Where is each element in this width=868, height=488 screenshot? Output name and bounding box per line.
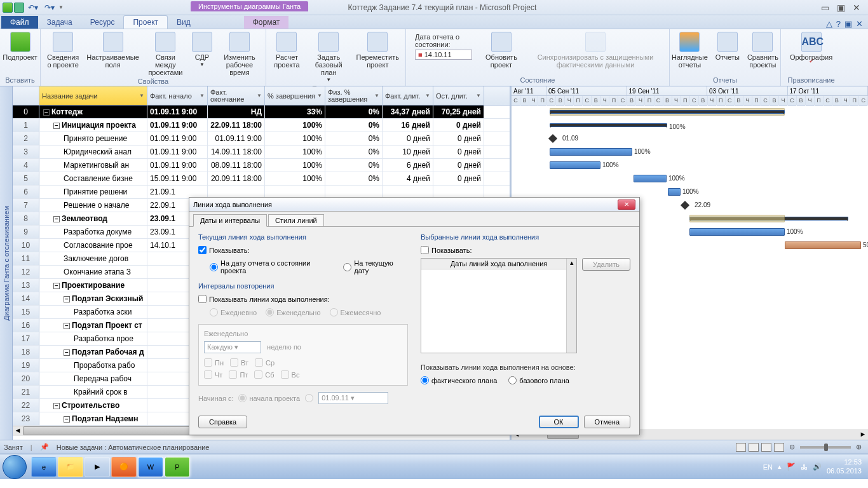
btn-visual-reports[interactable]: Наглядные отчеты	[669, 30, 710, 70]
taskbar: e 📁 ▶ 🟠 W P EN ▴ 🚩 🖧 🔊 12:5306.05.2013	[0, 454, 868, 479]
radio-baseline[interactable]: базового плана	[508, 376, 569, 384]
zoom-in-icon[interactable]: ⊕	[853, 443, 864, 451]
maximize-icon[interactable]: ▣	[837, 3, 845, 13]
view-usage-icon[interactable]	[749, 443, 759, 452]
status-pin-icon[interactable]: 📌	[40, 443, 49, 451]
btn-compare[interactable]: Сравнить проекты	[745, 30, 781, 70]
chk-show-selected[interactable]: Показывать:	[421, 246, 471, 254]
table-row[interactable]: 3Юридический анал01.09.11 9:0014.09.11 1…	[13, 146, 510, 159]
delete-button: Удалить	[582, 258, 630, 271]
tab-task[interactable]: Задача	[38, 16, 81, 29]
btn-update-project[interactable]: Обновить проект	[480, 30, 523, 70]
btn-links[interactable]: Связи между проектами	[144, 30, 187, 78]
close2-icon[interactable]: ✕	[856, 19, 863, 29]
minimize-icon[interactable]: ▭	[821, 3, 829, 13]
btn-calc[interactable]: Расчет проекта	[270, 30, 304, 70]
col-rownum[interactable]	[13, 86, 39, 105]
cancel-button[interactable]: Отмена	[584, 416, 630, 428]
taskbar-powerpoint[interactable]: 🟠	[111, 457, 137, 477]
tray-clock[interactable]: 12:5306.05.2013	[827, 458, 862, 475]
radio-weekly: Еженедельно	[266, 308, 320, 316]
dialog-title: Линии хода выполнения	[193, 201, 618, 208]
table-row[interactable]: 1−Инициация проекта01.09.11 9:0022.09.11…	[13, 119, 510, 132]
list-scrollbar[interactable]: ▴	[566, 259, 576, 353]
ok-button[interactable]: ОК	[539, 416, 579, 428]
tray-volume-icon[interactable]: 🔊	[813, 463, 822, 471]
tray-lang[interactable]: EN	[763, 463, 773, 471]
btn-change-time[interactable]: Изменить рабочее время	[217, 30, 262, 78]
view-team-icon[interactable]	[761, 443, 771, 452]
redo-icon[interactable]: ↷▾	[42, 3, 57, 12]
help-icon[interactable]: ?	[836, 19, 841, 29]
btn-sync: Синхронизировать с защищенными фактическ…	[526, 30, 665, 70]
help-button[interactable]: Справка	[198, 416, 247, 428]
zoom-slider[interactable]	[800, 446, 851, 449]
taskbar-media[interactable]: ▶	[85, 457, 110, 477]
radio-status-date[interactable]: На дату отчета о состоянии проекта	[210, 259, 334, 274]
tab-resource[interactable]: Ресурс	[81, 16, 124, 29]
chk-mon: Пн	[204, 358, 224, 367]
dialog-tab-dates[interactable]: Даты и интервалы	[193, 214, 267, 227]
view-resource-icon[interactable]	[774, 443, 784, 452]
view-gantt-icon[interactable]	[736, 443, 746, 452]
btn-spelling[interactable]: ABC✓Орфография	[787, 30, 835, 62]
status-new-tasks: Новые задачи : Автоматическое планирован…	[57, 444, 210, 451]
col-act-start[interactable]: Факт. начало▼	[147, 86, 208, 105]
tab-file[interactable]: Файл	[1, 16, 38, 29]
tab-project[interactable]: Проект	[123, 15, 168, 29]
radio-proj-start: начала проекта	[238, 394, 300, 402]
save-icon[interactable]	[14, 3, 24, 13]
chk-show-current[interactable]: Показывать:	[198, 246, 249, 254]
table-row[interactable]: 2Принято решение01.09.11 9:0001.09.11 9:…	[13, 132, 510, 146]
col-act-dur[interactable]: Факт. длит.▼	[383, 86, 433, 105]
taskbar-explorer[interactable]: 📁	[58, 457, 83, 477]
btn-wbs[interactable]: СДР▼	[189, 30, 215, 69]
group-status-label: Состояние	[520, 76, 555, 85]
dialog-close-button[interactable]: ✕	[618, 200, 635, 210]
table-row[interactable]: 5Составление бизне15.09.11 9:0020.09.11 …	[13, 172, 510, 186]
table-row[interactable]: 0−Коттедж01.09.11 9:00НД33%0%34,37 дней7…	[13, 105, 510, 119]
btn-subproject[interactable]: Подпроект	[0, 30, 39, 62]
view-sidebar[interactable]: Диаграмма Ганта с отслеживанием	[0, 86, 13, 440]
tray-chevron-icon[interactable]: ▴	[778, 463, 782, 471]
btn-baseline[interactable]: Задать базовый план▼	[306, 30, 351, 85]
btn-custom-fields[interactable]: Настраиваемые поля	[84, 30, 142, 70]
tab-view[interactable]: Вид	[168, 16, 200, 29]
btn-reports[interactable]: Отчеты	[713, 30, 742, 62]
btn-move[interactable]: Переместить проект	[354, 30, 402, 70]
radio-actual[interactable]: фактического плана	[421, 376, 497, 384]
start-button[interactable]	[3, 455, 27, 479]
taskbar-project[interactable]: P	[165, 457, 190, 477]
ribbon-tabs: Файл Задача Ресурс Проект Вид Формат △ ?…	[0, 15, 868, 29]
qat-dropdown-icon[interactable]: ▼	[58, 4, 64, 10]
current-line-label: Текущая линия хода выполнения	[198, 233, 408, 241]
ribbon-minimize-icon[interactable]: △	[826, 19, 832, 29]
col-name[interactable]: Название задачи▼	[39, 86, 147, 105]
zoom-out-icon[interactable]: ⊖	[787, 443, 797, 451]
dialog-tab-styles[interactable]: Стили линий	[268, 214, 324, 227]
status-busy: Занят	[4, 444, 23, 451]
undo-icon[interactable]: ↶▾	[25, 3, 41, 12]
title-bar: ↶▾ ↷▾ ▼ Инструменты диаграммы Ганта Котт…	[0, 0, 868, 15]
taskbar-word[interactable]: W	[138, 457, 163, 477]
btn-project-info[interactable]: Сведения о проекте	[44, 30, 81, 70]
taskbar-ie[interactable]: e	[31, 457, 57, 477]
col-pct[interactable]: % завершения▼	[265, 86, 325, 105]
status-date-value[interactable]: ■ 14.10.11	[415, 50, 472, 60]
tab-format[interactable]: Формат	[244, 16, 289, 29]
dates-list[interactable]: Даты линий хода выполнения ▴	[421, 258, 577, 353]
radio-current-date[interactable]: На текущую дату	[343, 259, 408, 274]
chk-show-lines[interactable]: Показывать линии хода выполнения:	[198, 295, 330, 303]
tray-flag-icon[interactable]: 🚩	[787, 463, 796, 471]
close-icon[interactable]: ✕	[853, 3, 860, 13]
table-row[interactable]: 4Маркетинговый ан01.09.11 9:0008.09.11 1…	[13, 159, 510, 172]
starting-label: Начиная с:	[198, 395, 233, 402]
window2-icon[interactable]: ▣	[844, 19, 852, 29]
col-phys-pct[interactable]: Физ. % завершения▼	[325, 86, 383, 105]
col-act-finish[interactable]: Факт. окончание▼	[208, 86, 265, 105]
selected-lines-label: Выбранные линии хода выполнения	[421, 233, 630, 241]
tray-network-icon[interactable]: 🖧	[801, 463, 808, 471]
col-rem-dur[interactable]: Ост. длит.▼	[433, 86, 484, 105]
select-every: Каждую ▾	[204, 341, 261, 353]
radio-monthly: Ежемесячно	[330, 308, 381, 316]
